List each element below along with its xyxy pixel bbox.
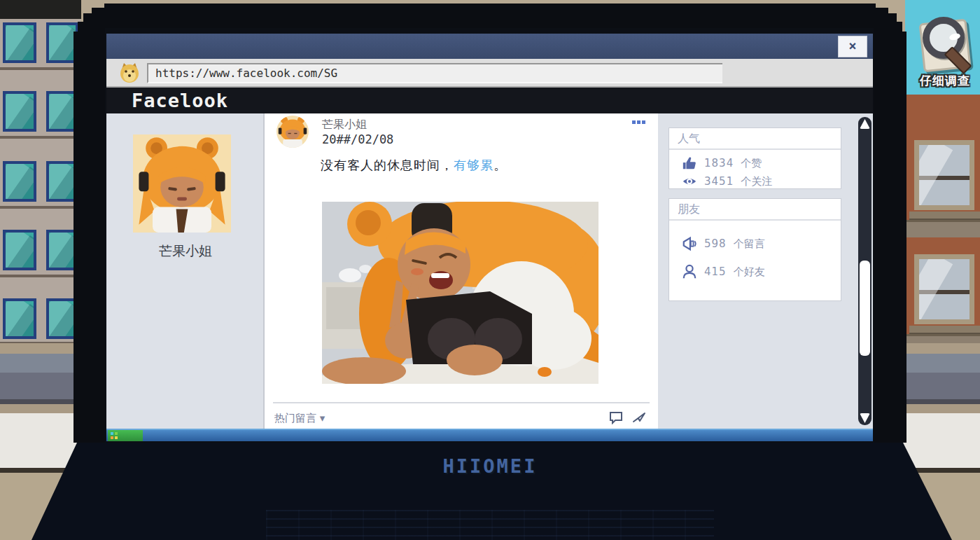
post-avatar — [276, 116, 309, 148]
post-feed: 芒果小姐 20##/02/08 没有客人的休息时间，有够累。 30 — [265, 113, 658, 429]
post-date: 20##/02/08 — [322, 132, 393, 146]
post-author[interactable]: 芒果小姐 — [322, 118, 367, 132]
stats-sidebar: 人气 1834 个赞 — [658, 113, 873, 429]
chevron-down-icon: ▾ — [320, 412, 326, 424]
post-menu-icon[interactable] — [632, 120, 650, 127]
friends-title: 朋友 — [678, 202, 700, 217]
building-window — [914, 254, 974, 324]
building-roof — [0, 0, 81, 19]
browser-urlbar: https://www.facelook.com/SG — [106, 59, 873, 88]
post-divider — [273, 402, 650, 403]
start-button[interactable] — [108, 430, 143, 441]
friends-card: 朋友 598 个留言 — [668, 198, 841, 301]
followers-stat: 3451 个关注 — [682, 173, 772, 190]
browser-window: × https://www.facelook.com/SG Facelook — [106, 34, 873, 441]
megaphone-icon — [682, 236, 697, 251]
os-taskbar — [106, 429, 873, 441]
friends-stat: 415 个好友 — [682, 263, 765, 280]
popularity-title: 人气 — [678, 132, 700, 146]
popularity-card: 人气 1834 个赞 — [668, 127, 841, 189]
avatar-art — [133, 134, 231, 233]
building-window — [914, 140, 974, 210]
thumbs-up-icon — [682, 155, 697, 171]
profile-name: 芒果小姐 — [106, 242, 265, 261]
building-window — [3, 298, 36, 339]
laptop-screen: × https://www.facelook.com/SG Facelook — [105, 28, 874, 443]
doge-favicon-icon — [119, 62, 140, 83]
eye-icon — [682, 174, 697, 189]
start-logo-icon — [111, 432, 118, 439]
page-content: 芒果小姐 芒果小姐 — [106, 113, 873, 429]
laptop-brand-logo: HIIOMEI — [0, 455, 980, 477]
investigate-hotspot[interactable]: 仔细调查 — [911, 15, 979, 88]
building-window — [3, 91, 36, 132]
scroll-down-arrow-icon[interactable] — [860, 413, 870, 423]
building-window — [3, 22, 36, 63]
likes-stat: 1834 个赞 — [682, 155, 762, 172]
hot-comments-dropdown[interactable]: 热门留言 ▾ — [274, 412, 325, 425]
comment-icon[interactable] — [609, 410, 623, 424]
building-window — [3, 161, 36, 202]
share-icon[interactable] — [632, 410, 646, 424]
investigate-label: 仔细调查 — [906, 73, 980, 89]
scrollbar-thumb[interactable] — [860, 261, 870, 356]
laptop-keyboard — [266, 510, 714, 540]
avatar-art — [276, 116, 309, 148]
url-input[interactable]: https://www.facelook.com/SG — [147, 63, 722, 83]
profile-sidebar: 芒果小姐 — [106, 113, 265, 429]
facelook-header: Facelook — [106, 88, 873, 113]
messages-stat: 598 个留言 — [682, 235, 765, 252]
profile-avatar — [133, 134, 231, 233]
site-title: Facelook — [132, 90, 228, 111]
scroll-up-arrow-icon[interactable] — [860, 119, 870, 129]
scrollbar[interactable] — [858, 117, 872, 425]
window-titlebar: × — [106, 34, 873, 59]
post-image-art: 30 — [322, 202, 598, 384]
building-window — [3, 230, 36, 270]
post-hashtag-link[interactable]: 有够累 — [454, 158, 493, 172]
post-text: 没有客人的休息时间，有够累。 — [321, 157, 507, 174]
person-icon — [682, 264, 697, 279]
post-image[interactable]: 30 — [322, 202, 598, 384]
close-button[interactable]: × — [838, 36, 867, 57]
